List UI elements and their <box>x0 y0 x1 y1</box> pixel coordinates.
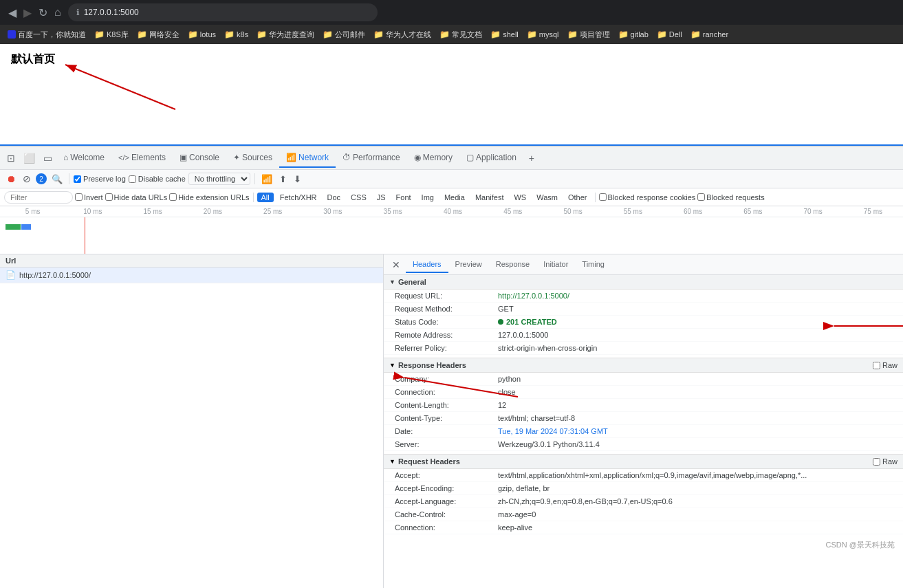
tab-label: Timing <box>582 260 605 268</box>
filter-img-btn[interactable]: Img <box>417 193 438 202</box>
bookmark-item-mail[interactable]: 📁 公司邮件 <box>319 28 369 41</box>
forward-button[interactable]: ▶ <box>23 6 32 19</box>
tab-performance[interactable]: ⏱ Performance <box>336 149 407 168</box>
download-button[interactable]: ⬇ <box>292 173 303 186</box>
bar-blue <box>21 224 31 230</box>
tab-label: Preview <box>455 260 482 268</box>
hide-ext-urls-checkbox[interactable]: Hide extension URLs <box>169 193 249 202</box>
bookmark-item-baidu[interactable]: 百度一下，你就知道 <box>4 28 89 41</box>
filter-css-btn[interactable]: CSS <box>347 193 371 202</box>
detail-tab-headers[interactable]: Headers <box>406 257 448 273</box>
blocked-cookies-checkbox[interactable]: Blocked response cookies <box>599 193 696 202</box>
request-list-header: Url <box>0 254 383 268</box>
response-headers-section-header[interactable]: ▼ Response Headers Raw <box>384 358 903 372</box>
folder-icon: 📁 <box>94 30 105 39</box>
wifi-button[interactable]: 📶 <box>259 173 274 186</box>
raw-label: Raw <box>882 361 897 369</box>
add-tab-btn[interactable]: + <box>523 149 540 168</box>
tab-console[interactable]: ▣ Console <box>173 149 226 168</box>
bookmark-item-dell[interactable]: 📁 Dell <box>653 28 686 41</box>
filter-fetch-xhr-btn[interactable]: Fetch/XHR <box>276 193 321 202</box>
detail-tab-timing[interactable]: Timing <box>575 257 611 273</box>
bookmark-item-docs[interactable]: 📁 常见文档 <box>436 28 486 41</box>
tab-network[interactable]: 📶 Network <box>279 149 336 168</box>
folder-icon: 📁 <box>618 30 629 39</box>
folder-icon: 📁 <box>257 30 267 39</box>
record-button[interactable]: ⏺ <box>4 172 18 186</box>
header-name: Request URL: <box>395 292 498 300</box>
raw-checkbox-request[interactable]: Raw <box>873 457 897 466</box>
req-header-connection: Connection: keep-alive <box>384 521 903 534</box>
devtools-inspect-btn[interactable]: ⬜ <box>19 151 39 165</box>
tab-application[interactable]: ▢ Application <box>459 149 523 168</box>
devtools-console-btn[interactable]: ▭ <box>39 151 56 165</box>
bookmark-item-huawei-talent[interactable]: 📁 华为人才在线 <box>370 28 435 41</box>
bookmark-label: 华为进度查询 <box>269 30 314 40</box>
bookmark-item-lotus[interactable]: 📁 lotus <box>184 28 219 41</box>
bookmark-item-k8s[interactable]: 📁 K8S库 <box>91 28 132 41</box>
filter-all-btn[interactable]: All <box>257 193 274 202</box>
tab-memory[interactable]: ◉ Memory <box>407 149 459 168</box>
bookmark-item-network-security[interactable]: 📁 网络安全 <box>133 28 183 41</box>
tab-elements[interactable]: </> Elements <box>111 149 173 168</box>
tab-sources[interactable]: ✦ Sources <box>226 149 279 168</box>
bookmark-item-pm[interactable]: 📁 项目管理 <box>564 28 613 41</box>
throttle-select[interactable]: No throttling <box>188 173 250 185</box>
preserve-log-checkbox[interactable]: Preserve log <box>74 175 126 183</box>
reload-button[interactable]: ↻ <box>39 6 47 19</box>
url-display: 127.0.0.1:5000 <box>84 8 139 17</box>
invert-checkbox[interactable]: Invert <box>75 193 103 202</box>
bookmark-item-gitlab[interactable]: 📁 gitlab <box>615 28 652 41</box>
header-name: Date: <box>395 427 498 435</box>
raw-checkbox-response[interactable]: Raw <box>873 361 897 369</box>
upload-button[interactable]: ⬆ <box>277 173 289 186</box>
hide-data-urls-checkbox[interactable]: Hide data URLs <box>105 193 168 202</box>
devtools-undock-btn[interactable]: ⊡ <box>3 151 19 165</box>
detail-tab-preview[interactable]: Preview <box>448 257 489 273</box>
resp-header-server: Server: Werkzeug/3.0.1 Python/3.11.4 <box>384 438 903 451</box>
search-button[interactable]: 🔍 <box>50 173 65 186</box>
filter-doc-btn[interactable]: Doc <box>323 193 345 202</box>
bookmark-item-rancher[interactable]: 📁 rancher <box>687 28 732 41</box>
status-arrow <box>820 312 903 340</box>
filter-js-btn[interactable]: JS <box>373 193 390 202</box>
general-section-header[interactable]: ▼ General <box>384 275 903 290</box>
header-name: Request Method: <box>395 305 498 313</box>
filter-manifest-btn[interactable]: Manifest <box>471 193 508 202</box>
filter-ws-btn[interactable]: WS <box>510 193 530 202</box>
filter-font-btn[interactable]: Font <box>392 193 415 202</box>
doc-icon: 📄 <box>6 270 16 280</box>
filter-other-btn[interactable]: Other <box>564 193 591 202</box>
tab-welcome[interactable]: ⌂ Welcome <box>56 149 111 168</box>
tick-10ms: 10 ms <box>63 208 122 215</box>
header-value: http://127.0.0.1:5000/ <box>498 292 897 300</box>
back-button[interactable]: ◀ <box>8 6 17 19</box>
bookmark-item-shell[interactable]: 📁 shell <box>487 28 522 41</box>
toggle-icon: ▼ <box>389 458 395 465</box>
detail-tab-response[interactable]: Response <box>489 257 537 273</box>
stop-button[interactable]: ⊘ <box>21 172 33 186</box>
bookmark-label: shell <box>503 30 519 39</box>
filter-input[interactable] <box>4 191 73 204</box>
timeline-vline <box>85 217 85 254</box>
disable-cache-checkbox[interactable]: Disable cache <box>129 175 186 183</box>
blocked-requests-checkbox[interactable]: Blocked requests <box>697 193 764 202</box>
request-headers-section-header[interactable]: ▼ Request Headers Raw <box>384 455 903 468</box>
bookmark-item-huawei-query[interactable]: 📁 华为进度查询 <box>253 28 318 41</box>
detail-tab-initiator[interactable]: Initiator <box>536 257 575 273</box>
bar-green <box>6 224 21 230</box>
header-name: Cache-Control: <box>395 510 498 519</box>
header-value: text/html,application/xhtml+xml,applicat… <box>498 471 897 479</box>
address-bar[interactable]: ℹ 127.0.0.1:5000 <box>68 3 378 21</box>
detail-close-button[interactable]: ✕ <box>387 257 406 273</box>
bookmark-label: 项目管理 <box>580 30 610 40</box>
table-row[interactable]: 📄 http://127.0.0.1:5000/ <box>0 268 383 283</box>
folder-icon: 📁 <box>527 30 537 39</box>
badge-button[interactable]: 2 <box>36 173 47 184</box>
bookmark-item-k8s2[interactable]: 📁 k8s <box>221 28 252 41</box>
tick-65ms: 65 ms <box>723 208 783 215</box>
home-button[interactable]: ⌂ <box>54 6 61 19</box>
bookmark-item-mysql[interactable]: 📁 mysql <box>523 28 563 41</box>
filter-wasm-btn[interactable]: Wasm <box>532 193 562 202</box>
filter-media-btn[interactable]: Media <box>440 193 469 202</box>
